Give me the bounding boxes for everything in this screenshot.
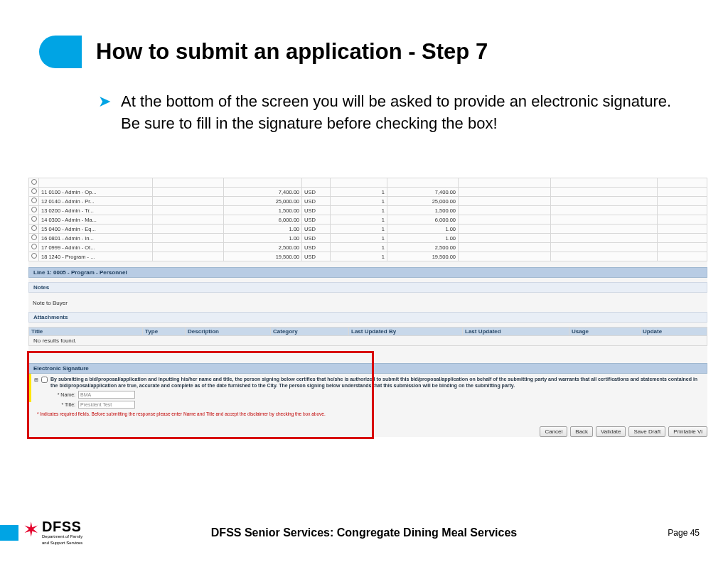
row-qty: 1: [331, 188, 387, 197]
col-last-by: Last Updated By: [349, 328, 463, 336]
row-cur: USD: [302, 234, 331, 243]
table-row: 12 0140 - Admin - Pr...25,000.00USD125,0…: [29, 197, 707, 206]
row-radio[interactable]: [31, 225, 37, 231]
row-amt2: 2,500.00: [387, 243, 459, 252]
row-cur: USD: [302, 206, 331, 215]
validate-button[interactable]: Validate: [596, 426, 626, 437]
row-amt2: 1.00: [387, 234, 459, 243]
row-cur: USD: [302, 197, 331, 206]
row-qty: 1: [331, 225, 387, 234]
row-qty: 1: [331, 197, 387, 206]
esig-disclaimer: By submitting a bid/proposal/application…: [50, 376, 702, 389]
col-category: Category: [271, 328, 349, 336]
row-amt2: 1.00: [387, 225, 459, 234]
row-radio[interactable]: [31, 198, 37, 203]
row-qty: 1: [331, 234, 387, 243]
budget-table: 11 0100 - Admin - Op...7,400.00USD17,400…: [28, 178, 707, 261]
row-amt2: 25,000.00: [387, 197, 459, 206]
highlight-mark: [28, 374, 31, 402]
bullet-arrow-icon: ➤: [98, 91, 111, 113]
row-amt1: 19,500.00: [224, 252, 302, 261]
bullet-row: ➤ At the bottom of the screen you will b…: [98, 91, 728, 135]
row-cur: USD: [302, 252, 331, 261]
row-qty: 1: [331, 206, 387, 215]
save-draft-button[interactable]: Save Draft: [628, 426, 665, 437]
row-cur: USD: [302, 243, 331, 252]
required-note: * Indicates required fields. Before subm…: [37, 411, 702, 417]
row-amt2: 19,500.00: [387, 252, 459, 261]
action-buttons: Cancel Back Validate Save Draft Printabl…: [540, 426, 707, 437]
row-amt1: 1.00: [224, 234, 302, 243]
row-cur: USD: [302, 225, 331, 234]
row-amt1: 1.00: [224, 225, 302, 234]
row-desc: 18 1240 - Program - ...: [39, 252, 153, 261]
dept-line2: and Support Services: [42, 541, 82, 546]
name-input[interactable]: [78, 391, 135, 399]
attachments-header: Title Type Description Category Last Upd…: [28, 327, 707, 336]
row-desc: 11 0100 - Admin - Op...: [39, 188, 153, 197]
row-amt2: 1,500.00: [387, 206, 459, 215]
table-row: 14 0300 - Admin - Ma...6,000.00USD16,000…: [29, 215, 707, 225]
row-amt1: 25,000.00: [224, 197, 302, 206]
table-row: [29, 178, 707, 188]
row-radio[interactable]: [31, 234, 37, 240]
row-desc: 16 0801 - Admin - In...: [39, 234, 153, 243]
row-radio[interactable]: [31, 207, 37, 212]
esig-checkbox[interactable]: [41, 377, 48, 383]
row-amt2: 7,400.00: [387, 188, 459, 197]
title-input[interactable]: [78, 401, 135, 409]
name-label: * Name:: [47, 391, 75, 398]
table-row: 15 0400 - Admin - Eq...1.00USD11.00: [29, 225, 707, 234]
no-results: No results found.: [28, 336, 707, 346]
col-update: Update: [641, 328, 707, 336]
page-number: Page 45: [668, 528, 700, 538]
row-radio[interactable]: [31, 253, 37, 259]
col-usage: Usage: [569, 328, 641, 336]
row-qty: 1: [331, 243, 387, 252]
slide-footer: ✶ DFSS Department of Family and Support …: [0, 514, 728, 552]
printable-button[interactable]: Printable Vi: [668, 426, 707, 437]
title-label: * Title:: [47, 401, 75, 408]
row-desc: 14 0300 - Admin - Ma...: [39, 215, 153, 225]
row-radio[interactable]: [31, 179, 37, 185]
accent-tab: [39, 36, 82, 68]
esig-header-bar: Electronic Signature: [28, 363, 707, 374]
line-header-bar: Line 1: 0005 - Program - Personnel: [28, 267, 707, 278]
row-cur: USD: [302, 215, 331, 225]
table-row: 18 1240 - Program - ...19,500.00USD119,5…: [29, 252, 707, 261]
name-row: * Name:: [47, 391, 702, 399]
table-row: 11 0100 - Admin - Op...7,400.00USD17,400…: [29, 188, 707, 197]
attachments-bar: Attachments: [28, 312, 707, 323]
embedded-screenshot: 11 0100 - Admin - Op...7,400.00USD17,400…: [28, 178, 707, 437]
back-button[interactable]: Back: [570, 426, 593, 437]
row-qty: 1: [331, 215, 387, 225]
cancel-button[interactable]: Cancel: [540, 426, 567, 437]
row-desc: 15 0400 - Admin - Eq...: [39, 225, 153, 234]
row-amt1: 7,400.00: [224, 188, 302, 197]
col-title: Title: [29, 328, 143, 336]
col-last: Last Updated: [463, 328, 569, 336]
notes-bar: Notes: [28, 282, 707, 293]
table-row: 16 0801 - Admin - In...1.00USD11.00: [29, 234, 707, 243]
row-amt2: 6,000.00: [387, 215, 459, 225]
title-row: * Title:: [47, 401, 702, 409]
footer-title: DFSS Senior Services: Congregate Dining …: [0, 526, 728, 539]
col-description: Description: [186, 328, 271, 336]
table-row: 13 0200 - Admin - Tr...1,500.00USD11,500…: [29, 206, 707, 215]
row-desc: 13 0200 - Admin - Tr...: [39, 206, 153, 215]
slide-title: How to submit an application - Step 7: [96, 39, 488, 65]
row-amt1: 1,500.00: [224, 206, 302, 215]
row-amt1: 2,500.00: [224, 243, 302, 252]
row-qty: 1: [331, 252, 387, 261]
row-radio[interactable]: [31, 216, 37, 222]
bullet-text: At the bottom of the screen you will be …: [121, 91, 685, 135]
row-desc: 12 0140 - Admin - Pr...: [39, 197, 153, 206]
note-to-buyer: Note to Buyer: [28, 298, 707, 308]
row-amt1: 6,000.00: [224, 215, 302, 225]
slide-header: How to submit an application - Step 7: [39, 36, 728, 68]
expand-icon[interactable]: ⊞: [34, 376, 38, 383]
row-cur: USD: [302, 188, 331, 197]
table-row: 17 0999 - Admin - Ot...2,500.00USD12,500…: [29, 243, 707, 252]
row-radio[interactable]: [31, 244, 37, 249]
row-radio[interactable]: [31, 188, 37, 194]
